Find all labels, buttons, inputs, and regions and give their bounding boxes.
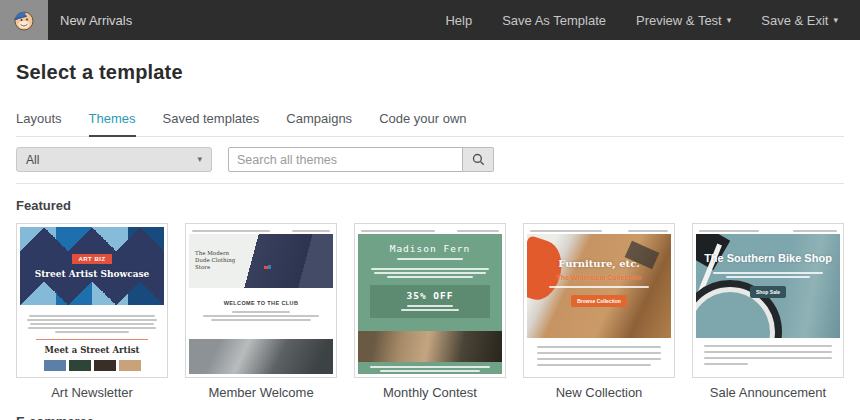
- welcome-headline: WELCOME TO THE CLUB: [189, 300, 333, 306]
- campaign-name: New Arrivals: [60, 13, 445, 28]
- save-as-template-button[interactable]: Save As Template: [502, 13, 606, 28]
- search-bar: [228, 147, 494, 172]
- section-divider: [16, 183, 844, 184]
- bike-body: [696, 338, 840, 374]
- page-title: Select a template: [16, 61, 844, 84]
- fabric-photo: [358, 331, 502, 362]
- topbar: New Arrivals Help Save As Template Previ…: [0, 0, 860, 40]
- bike-photo: The Southern Bike Shop Shop Sale: [696, 234, 840, 338]
- art-body: Meet a Street Artist: [20, 305, 164, 374]
- desk-photo: Furniture, etc. The Whimsical Collection…: [527, 234, 671, 338]
- template-card-sale-announcement[interactable]: The Southern Bike Shop Shop Sale Sale An…: [692, 223, 844, 400]
- furniture-headline: Furniture, etc.: [527, 258, 671, 269]
- art-biz-logo: ART BIZ: [72, 254, 111, 264]
- offer-text: 35% OFF: [374, 290, 487, 301]
- art-headline: Street Artist Showcase: [35, 269, 150, 279]
- featured-section-label: Featured: [16, 198, 844, 213]
- art-subheading: Meet a Street Artist: [20, 345, 164, 355]
- template-thumbnail: The Modern Dude Clothing Store WELCOME T…: [185, 223, 337, 378]
- contest-banner: Madison Fern 35% OFF: [358, 234, 502, 331]
- member-body: WELCOME TO THE CLUB: [189, 288, 333, 339]
- orange-chair: [527, 235, 569, 305]
- chevron-down-icon: ▾: [833, 16, 838, 25]
- template-title: Member Welcome: [185, 385, 337, 400]
- template-title: Sale Announcement: [692, 385, 844, 400]
- collection-subheadline: The Whimsical Collection: [527, 274, 671, 281]
- help-label: Help: [445, 13, 472, 28]
- save-exit-menu[interactable]: Save & Exit ▾: [761, 13, 838, 28]
- art-pattern-banner: ART BIZ Street Artist Showcase: [20, 227, 164, 305]
- offer-box: 35% OFF: [370, 285, 491, 318]
- mailchimp-logo[interactable]: [0, 0, 48, 40]
- tab-campaigns[interactable]: Campaigns: [286, 111, 352, 136]
- template-thumbnail: Madison Fern 35% OFF: [354, 223, 506, 378]
- filter-row: All ▾: [16, 147, 844, 172]
- template-card-member-welcome[interactable]: The Modern Dude Clothing Store WELCOME T…: [185, 223, 337, 400]
- freddie-monkey-icon: [11, 7, 37, 33]
- template-card-art-newsletter[interactable]: ART BIZ Street Artist Showcase Meet a St…: [16, 223, 168, 400]
- email-preheader: [358, 227, 502, 234]
- search-input[interactable]: [228, 147, 463, 172]
- tab-saved-templates[interactable]: Saved templates: [163, 111, 260, 136]
- chevron-down-icon: ▾: [197, 155, 202, 164]
- template-card-new-collection[interactable]: Furniture, etc. The Whimsical Collection…: [523, 223, 675, 400]
- template-title: New Collection: [523, 385, 675, 400]
- member-photo: [189, 339, 333, 374]
- tab-themes[interactable]: Themes: [89, 111, 136, 137]
- featured-templates-row: ART BIZ Street Artist Showcase Meet a St…: [16, 223, 844, 400]
- ecommerce-section-label: E-commerce: [16, 414, 844, 420]
- email-preheader: [696, 227, 840, 234]
- template-picker-page: Select a template Layouts Themes Saved t…: [0, 61, 860, 420]
- email-preheader: [527, 227, 671, 234]
- suit-photo: The Modern Dude Clothing Store: [189, 234, 333, 288]
- tab-code-your-own[interactable]: Code your own: [379, 111, 466, 136]
- shop-sale-button: Shop Sale: [750, 286, 786, 298]
- preview-test-menu[interactable]: Preview & Test ▾: [636, 13, 731, 28]
- template-thumbnail: Furniture, etc. The Whimsical Collection…: [523, 223, 675, 378]
- brand-name: The Modern Dude Clothing Store: [195, 250, 241, 271]
- category-selected-value: All: [26, 153, 39, 167]
- search-icon: [472, 153, 485, 166]
- art-gallery-thumbnails: [20, 360, 164, 371]
- email-preheader: [189, 227, 333, 234]
- flower-accent: [264, 265, 271, 270]
- bike-shop-headline: The Southern Bike Shop: [696, 252, 840, 266]
- template-title: Art Newsletter: [16, 385, 168, 400]
- browse-collection-button: Browse Collection: [571, 295, 627, 307]
- template-card-monthly-contest[interactable]: Madison Fern 35% OFF Mont: [354, 223, 506, 400]
- chevron-down-icon: ▾: [727, 16, 732, 25]
- search-button[interactable]: [463, 147, 494, 172]
- template-thumbnail: ART BIZ Street Artist Showcase Meet a St…: [16, 223, 168, 378]
- template-thumbnail: The Southern Bike Shop Shop Sale: [692, 223, 844, 378]
- brand-name: Madison Fern: [358, 243, 502, 254]
- topbar-nav: Help Save As Template Preview & Test ▾ S…: [445, 13, 838, 28]
- save-exit-label: Save & Exit: [761, 13, 828, 28]
- tab-layouts[interactable]: Layouts: [16, 111, 62, 136]
- preview-test-label: Preview & Test: [636, 13, 722, 28]
- template-title: Monthly Contest: [354, 385, 506, 400]
- template-tabs: Layouts Themes Saved templates Campaigns…: [16, 111, 844, 137]
- furniture-body: [527, 338, 671, 374]
- save-as-template-label: Save As Template: [502, 13, 606, 28]
- help-button[interactable]: Help: [445, 13, 472, 28]
- red-divider: [36, 339, 148, 340]
- category-select[interactable]: All ▾: [16, 147, 212, 172]
- contest-footer: [358, 362, 502, 374]
